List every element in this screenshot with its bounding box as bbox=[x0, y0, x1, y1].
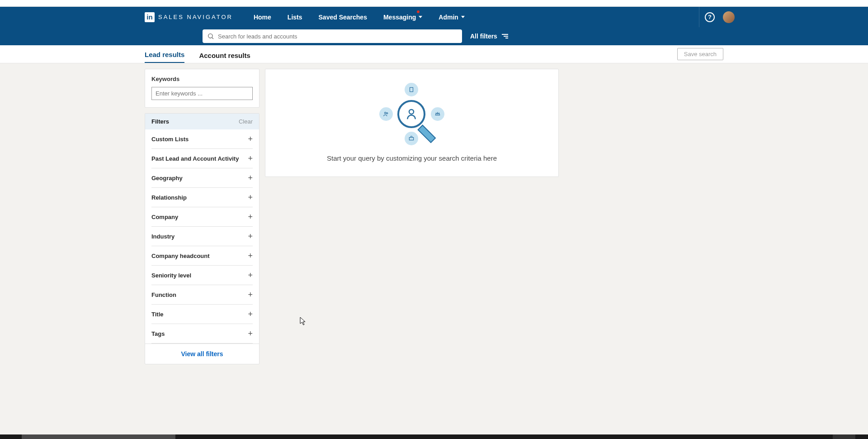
filters-header: Filters Clear bbox=[145, 114, 259, 129]
view-all-filters-button[interactable]: View all filters bbox=[145, 344, 259, 364]
results-tabs-row: Lead results Account results Save search bbox=[0, 45, 868, 63]
notification-dot-icon bbox=[417, 10, 420, 13]
plus-icon: + bbox=[248, 232, 253, 240]
save-search-button[interactable]: Save search bbox=[677, 48, 723, 60]
all-filters-label: All filters bbox=[470, 33, 497, 40]
plus-icon: + bbox=[248, 329, 253, 338]
filter-company[interactable]: Company + bbox=[151, 207, 253, 227]
plus-icon: + bbox=[248, 291, 253, 299]
filter-company-headcount[interactable]: Company headcount + bbox=[151, 246, 253, 266]
filter-industry[interactable]: Industry + bbox=[151, 227, 253, 246]
filter-label: Company headcount bbox=[151, 253, 210, 259]
global-search-box[interactable] bbox=[203, 29, 462, 43]
crown-icon bbox=[431, 107, 444, 121]
brand-name: SALES NAVIGATOR bbox=[158, 14, 233, 20]
svg-point-10 bbox=[409, 110, 414, 114]
plus-icon: + bbox=[248, 154, 253, 162]
search-illustration-icon bbox=[376, 82, 448, 145]
global-search-input[interactable] bbox=[218, 33, 458, 40]
filter-function[interactable]: Function + bbox=[151, 285, 253, 305]
keywords-card: Keywords bbox=[145, 69, 259, 108]
plus-icon: + bbox=[248, 174, 253, 182]
nav-saved-searches[interactable]: Saved Searches bbox=[311, 7, 375, 27]
filter-icon bbox=[501, 34, 508, 38]
chevron-down-icon bbox=[461, 16, 465, 18]
svg-point-0 bbox=[208, 34, 212, 38]
filter-label: Industry bbox=[151, 233, 175, 240]
empty-results-card: Start your query by customizing your sea… bbox=[265, 69, 559, 177]
nav-lists-label: Lists bbox=[288, 14, 302, 21]
nav-admin-label: Admin bbox=[439, 14, 458, 21]
help-icon[interactable]: ? bbox=[705, 12, 715, 22]
filter-label: Seniority level bbox=[151, 272, 191, 279]
tab-lead-results[interactable]: Lead results bbox=[145, 46, 184, 63]
plus-icon: + bbox=[248, 271, 253, 279]
filters-title: Filters bbox=[151, 118, 169, 125]
primary-nav: in SALES NAVIGATOR Home Lists Saved Sear… bbox=[0, 7, 868, 27]
search-icon bbox=[207, 33, 214, 40]
people-icon bbox=[379, 107, 393, 121]
filter-label: Tags bbox=[151, 330, 165, 337]
linkedin-icon: in bbox=[145, 12, 155, 22]
plus-icon: + bbox=[248, 193, 253, 201]
page-body: Keywords Filters Clear Custom Lists + Pa… bbox=[0, 63, 868, 439]
all-filters-button[interactable]: All filters bbox=[470, 33, 508, 40]
filter-seniority-level[interactable]: Seniority level + bbox=[151, 266, 253, 285]
filter-relationship[interactable]: Relationship + bbox=[151, 188, 253, 207]
empty-results-message: Start your query by customizing your sea… bbox=[327, 154, 497, 162]
nav-lists[interactable]: Lists bbox=[279, 7, 311, 27]
filter-label: Custom Lists bbox=[151, 136, 189, 143]
svg-line-1 bbox=[212, 38, 213, 39]
magnifying-handle-icon bbox=[417, 124, 436, 143]
plus-icon: + bbox=[248, 135, 253, 143]
building-icon bbox=[405, 83, 418, 96]
filter-past-activity[interactable]: Past Lead and Account Activity + bbox=[151, 149, 253, 168]
keywords-input[interactable] bbox=[151, 87, 253, 100]
brand-logo[interactable]: in SALES NAVIGATOR bbox=[145, 12, 233, 22]
svg-point-7 bbox=[385, 112, 387, 114]
avatar[interactable] bbox=[723, 11, 735, 23]
filter-geography[interactable]: Geography + bbox=[151, 168, 253, 188]
svg-point-8 bbox=[387, 113, 388, 114]
svg-rect-2 bbox=[410, 87, 413, 91]
browser-chrome-strip bbox=[0, 0, 868, 7]
search-bar-row: All filters bbox=[0, 27, 868, 45]
nav-saved-searches-label: Saved Searches bbox=[319, 14, 367, 21]
nav-messaging[interactable]: Messaging bbox=[375, 7, 430, 27]
briefcase-icon bbox=[405, 132, 418, 145]
filters-card: Filters Clear Custom Lists + Past Lead a… bbox=[145, 113, 259, 364]
filters-clear-button[interactable]: Clear bbox=[239, 118, 253, 125]
filter-tags[interactable]: Tags + bbox=[151, 324, 253, 344]
filter-label: Function bbox=[151, 291, 176, 298]
filter-label: Relationship bbox=[151, 194, 187, 201]
taskbar-strip bbox=[0, 434, 868, 439]
keywords-title: Keywords bbox=[151, 76, 253, 82]
plus-icon: + bbox=[248, 213, 253, 221]
nav-separator bbox=[699, 7, 699, 27]
filter-label: Company bbox=[151, 214, 178, 220]
filter-title[interactable]: Title + bbox=[151, 305, 253, 324]
plus-icon: + bbox=[248, 252, 253, 260]
magnifying-glass-icon bbox=[397, 100, 425, 128]
filter-label: Geography bbox=[151, 175, 183, 181]
nav-admin[interactable]: Admin bbox=[430, 7, 473, 27]
chevron-down-icon bbox=[419, 16, 422, 18]
nav-home[interactable]: Home bbox=[245, 7, 279, 27]
nav-home-label: Home bbox=[254, 14, 271, 21]
tab-account-results[interactable]: Account results bbox=[199, 47, 250, 63]
plus-icon: + bbox=[248, 310, 253, 318]
filter-label: Title bbox=[151, 311, 164, 318]
filter-custom-lists[interactable]: Custom Lists + bbox=[151, 129, 253, 149]
svg-rect-9 bbox=[409, 138, 413, 140]
filter-label: Past Lead and Account Activity bbox=[151, 155, 239, 162]
nav-messaging-label: Messaging bbox=[383, 14, 416, 21]
